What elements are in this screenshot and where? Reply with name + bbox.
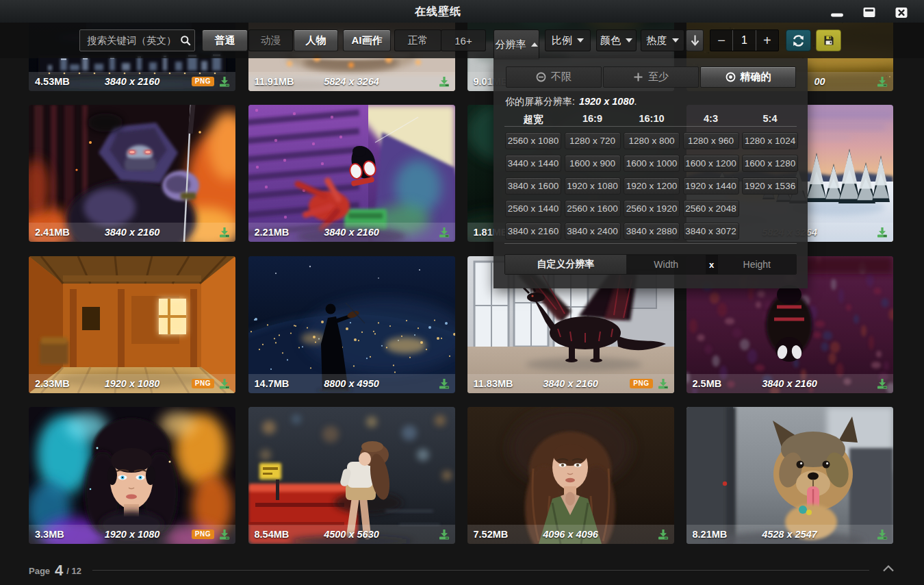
file-size-label: 4.53MB xyxy=(35,76,70,87)
file-size-label: 7.52MB xyxy=(474,529,509,540)
chevron-down-icon xyxy=(672,38,679,42)
resolution-option-button[interactable]: 3840 x 2400 xyxy=(565,223,621,240)
file-size-label: 11.91MB xyxy=(255,76,294,87)
filter-dropdown-1[interactable]: 分辨率 xyxy=(493,29,539,60)
page-increment-button[interactable]: + xyxy=(756,30,778,51)
custom-height-input[interactable] xyxy=(718,255,797,274)
resolution-option-button[interactable]: 1280 x 720 xyxy=(565,132,621,149)
resolution-option-button[interactable]: 2560 x 1920 xyxy=(624,200,680,217)
resolution-option-button[interactable]: 1920 x 1200 xyxy=(624,177,680,195)
down-arrow-icon xyxy=(690,34,700,47)
page-stepper: − 1 + xyxy=(710,29,779,51)
download-icon[interactable] xyxy=(439,378,450,389)
wallpaper-thumbnail xyxy=(248,256,455,393)
wallpaper-card[interactable]: 2.33MB1920 x 1080PNG xyxy=(29,256,235,393)
file-size-label: 2.41MB xyxy=(35,227,70,238)
minimize-button[interactable] xyxy=(827,0,847,23)
download-icon[interactable] xyxy=(439,529,450,540)
category-button-3[interactable]: 人物 xyxy=(294,29,338,51)
aspect-column-header: 5:4 xyxy=(741,113,799,124)
aspect-column-header: 16:10 xyxy=(622,113,681,124)
download-icon[interactable] xyxy=(219,529,230,540)
resolution-option-button[interactable]: 2560 x 1440 xyxy=(505,200,561,217)
wallpaper-card[interactable]: 14.7MB8800 x 4950 xyxy=(248,256,455,393)
resolution-option-button[interactable]: 2560 x 1080 xyxy=(505,132,561,149)
wallpaper-card[interactable]: 3.3MB1920 x 1080PNG xyxy=(29,407,235,544)
custom-resolution-button[interactable]: 自定义分辨率 xyxy=(505,255,627,274)
resolution-option-button[interactable]: 1600 x 1200 xyxy=(683,155,739,172)
wallpaper-card[interactable]: 8.21MB4528 x 2547 xyxy=(686,407,893,544)
download-icon[interactable] xyxy=(439,227,450,238)
resolution-option-button[interactable]: 3840 x 2160 xyxy=(505,223,561,240)
card-info-bar: 3.3MB1920 x 1080PNG xyxy=(29,525,235,544)
scroll-to-top-button[interactable] xyxy=(882,563,895,574)
download-icon[interactable] xyxy=(439,76,450,87)
resolution-option-button[interactable]: 3840 x 2880 xyxy=(624,223,680,240)
wallpaper-card[interactable]: 2.41MB3840 x 2160 xyxy=(29,105,235,242)
wallpaper-thumbnail xyxy=(29,256,235,393)
mode-button-1[interactable]: 不限 xyxy=(506,66,602,88)
plus-icon xyxy=(633,72,643,82)
resolution-option-button[interactable]: 3840 x 3072 xyxy=(683,223,739,240)
resolution-option-button[interactable]: 2560 x 2048 xyxy=(683,200,739,217)
download-page-button[interactable] xyxy=(686,29,704,51)
wallpaper-card[interactable]: 8.54MB4500 x 5630 xyxy=(248,407,455,544)
page-divider-line xyxy=(92,570,869,571)
download-icon[interactable] xyxy=(219,76,230,87)
download-icon[interactable] xyxy=(219,378,230,389)
mode-button-2[interactable]: 至少 xyxy=(603,66,699,88)
card-info-bar: 2.41MB3840 x 2160 xyxy=(29,223,235,242)
file-size-label: 2.5MB xyxy=(693,378,722,389)
filter-dropdown-4[interactable]: 热度 xyxy=(641,29,684,51)
resolution-option-button[interactable]: 1600 x 1280 xyxy=(742,155,798,172)
resolution-option-button[interactable]: 2560 x 1600 xyxy=(565,200,621,217)
resolution-option-button[interactable]: 1920 x 1440 xyxy=(683,177,739,195)
wallpaper-thumbnail xyxy=(29,407,235,544)
resolution-option-button[interactable]: 1920 x 1536 xyxy=(742,177,798,195)
resolution-option-button[interactable]: 1280 x 960 xyxy=(683,132,739,149)
resolution-option-button[interactable]: 1600 x 1000 xyxy=(624,155,680,172)
aspect-column-header: 4:3 xyxy=(682,113,741,124)
file-size-label: 2.33MB xyxy=(35,378,70,389)
download-icon[interactable] xyxy=(877,227,888,238)
download-icon[interactable] xyxy=(877,378,888,389)
wallpaper-thumbnail xyxy=(686,407,893,544)
refresh-button[interactable] xyxy=(786,29,811,51)
png-format-badge: PNG xyxy=(192,77,214,86)
page-number-value[interactable]: 1 xyxy=(733,30,755,51)
circle-minus-icon xyxy=(536,72,546,82)
rating-button-2[interactable]: 16+ xyxy=(441,29,486,51)
close-button[interactable] xyxy=(891,0,912,23)
wallpaper-card[interactable]: 2.21MB3840 x 2160 xyxy=(248,105,455,242)
download-icon[interactable] xyxy=(877,76,888,87)
search-input[interactable] xyxy=(80,35,177,46)
search-icon[interactable] xyxy=(177,30,194,51)
resolution-option-button[interactable]: 1920 x 1080 xyxy=(565,177,621,195)
category-button-2[interactable]: 动漫 xyxy=(248,29,293,51)
resolution-option-button[interactable]: 3840 x 1600 xyxy=(505,177,561,195)
circle-dot-icon xyxy=(726,72,736,82)
download-icon[interactable] xyxy=(219,227,230,238)
resolution-option-button[interactable]: 3440 x 1440 xyxy=(505,155,561,172)
category-button-1[interactable]: 普通 xyxy=(202,29,248,51)
ai-art-button[interactable]: AI画作 xyxy=(343,29,391,51)
download-icon[interactable] xyxy=(658,529,669,540)
wallpaper-card[interactable]: 7.52MB4096 x 4096 xyxy=(467,407,674,544)
filter-dropdown-2[interactable]: 比例 xyxy=(545,29,591,51)
file-size-label: 8.21MB xyxy=(693,529,728,540)
rating-button-1[interactable]: 正常 xyxy=(394,29,441,51)
resolution-option-button[interactable]: 1280 x 1024 xyxy=(742,132,798,149)
mode-button-3[interactable]: 精确的 xyxy=(700,66,796,88)
filter-dropdown-3[interactable]: 颜色 xyxy=(596,29,637,51)
custom-x-separator: x xyxy=(706,255,718,274)
save-button[interactable] xyxy=(816,29,841,51)
resolution-option-button[interactable]: 1600 x 900 xyxy=(565,155,621,172)
resolution-option-button[interactable]: 1280 x 800 xyxy=(624,132,680,149)
download-icon[interactable] xyxy=(658,378,669,389)
wallpaper-thumbnail xyxy=(248,407,455,544)
panel-divider-top xyxy=(504,126,797,127)
maximize-button[interactable] xyxy=(859,0,880,23)
custom-width-input[interactable] xyxy=(627,255,706,274)
download-icon[interactable] xyxy=(877,529,888,540)
page-decrement-button[interactable]: − xyxy=(710,30,732,51)
